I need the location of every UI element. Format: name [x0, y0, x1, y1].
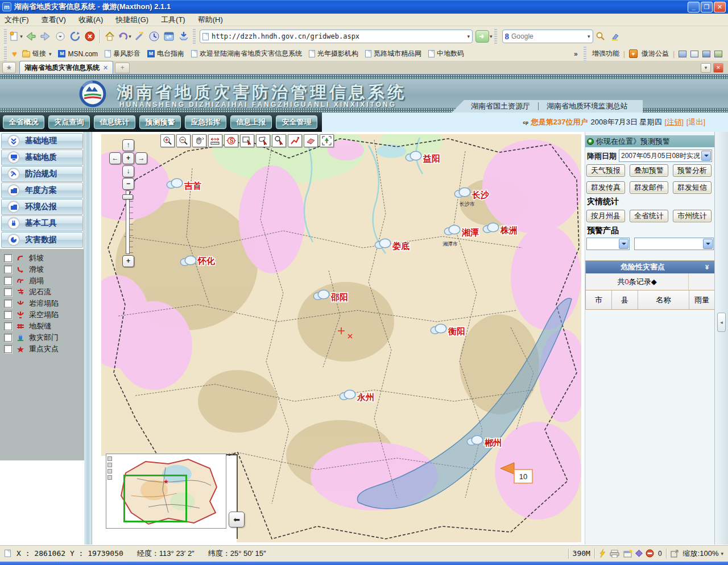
- link-baofeng[interactable]: 暴风影音: [103, 48, 142, 60]
- map-eraser-button[interactable]: [304, 134, 318, 147]
- plugin-icon-4[interactable]: [714, 51, 722, 57]
- chevron-down-icon[interactable]: [701, 151, 711, 161]
- weather-forecast-button[interactable]: 天气预报: [586, 164, 625, 177]
- new-page-button[interactable]: ▾: [9, 29, 23, 44]
- menu-view[interactable]: 查看(V): [42, 15, 66, 25]
- warning-analysis-button[interactable]: 预警分析: [673, 164, 712, 177]
- sidebar-collapse-button[interactable]: ◂: [717, 313, 726, 332]
- province-stats-button[interactable]: 全省统计: [630, 210, 668, 222]
- collapse-chevron-icon[interactable]: ¥: [700, 264, 714, 271]
- overlay-warning-button[interactable]: 叠加预警: [630, 164, 668, 177]
- overview-viewport-rect[interactable]: [123, 475, 187, 522]
- minimize-button[interactable]: _: [688, 2, 700, 13]
- map-zoom-out-button[interactable]: [176, 134, 191, 147]
- layer-rescue-dept-checkbox[interactable]: [4, 334, 12, 342]
- zoom-resize-icon[interactable]: [671, 550, 679, 558]
- favorites-heart-icon[interactable]: ♥: [12, 49, 17, 59]
- exit-link[interactable]: [退出]: [686, 117, 705, 127]
- favorites-star-button[interactable]: ★: [2, 62, 16, 73]
- address-bar[interactable]: ▾: [200, 30, 473, 43]
- search-input[interactable]: [511, 32, 587, 40]
- nav-security-mgmt[interactable]: 安全管理: [276, 115, 317, 129]
- undo-button[interactable]: ▾: [117, 29, 132, 44]
- link-hunan-geo[interactable]: 欢迎登陆湖南省地质灾害信息系统: [189, 48, 304, 60]
- url-input[interactable]: [212, 32, 466, 40]
- map-full-extent-button[interactable]: [320, 134, 334, 147]
- back-button[interactable]: [23, 29, 38, 44]
- overview-collapse-button[interactable]: ⬅: [229, 512, 245, 527]
- overview-mini-toolbar[interactable]: [107, 456, 112, 480]
- group-sms-button[interactable]: 群发短信: [673, 181, 712, 194]
- group-email-button[interactable]: 群发邮件: [630, 181, 668, 194]
- zoom-minus-button[interactable]: −: [122, 178, 134, 190]
- search-bar[interactable]: 8 ▾: [502, 30, 593, 43]
- link-zhongdi[interactable]: 中地数码: [427, 48, 466, 60]
- tab-manager-button[interactable]: [162, 29, 176, 44]
- restore-button[interactable]: ❐: [701, 2, 713, 13]
- search-button[interactable]: [593, 29, 608, 44]
- logout-link[interactable]: [注销]: [665, 117, 684, 127]
- tab-close-icon[interactable]: ✕: [103, 64, 108, 72]
- map-select-rect-button[interactable]: [240, 134, 254, 147]
- pan-right-button[interactable]: →: [135, 152, 147, 164]
- link-msn[interactable]: MMSN.com: [56, 49, 100, 59]
- sidebar-splitter[interactable]: [84, 132, 92, 545]
- plugins-label[interactable]: 增强功能: [592, 49, 619, 59]
- history-dropdown-button[interactable]: [53, 29, 68, 44]
- new-tab-button[interactable]: +: [115, 63, 130, 73]
- sidebar-item-base-geology[interactable]: 基础地质: [1, 149, 83, 165]
- close-button[interactable]: ✕: [714, 2, 726, 13]
- links-overflow-chevron[interactable]: »: [574, 50, 578, 58]
- url-dropdown-icon[interactable]: ▾: [467, 34, 470, 39]
- nav-disaster-query[interactable]: 灾点查询: [48, 115, 90, 129]
- forward-button[interactable]: [38, 29, 53, 44]
- map-measure-button[interactable]: ?: [208, 134, 222, 147]
- boost-lightning-icon[interactable]: [599, 549, 606, 558]
- link-radio[interactable]: M电台指南: [146, 48, 186, 60]
- go-button[interactable]: [475, 30, 489, 43]
- sidebar-item-base-geography[interactable]: 基础地理: [1, 133, 83, 149]
- nav-info-statistics[interactable]: 信息统计: [94, 115, 135, 129]
- refresh-button[interactable]: [68, 29, 82, 44]
- pan-left-button[interactable]: ←: [109, 152, 121, 164]
- menu-tools[interactable]: 工具(T): [161, 15, 185, 25]
- map-scale-button[interactable]: S: [224, 134, 238, 147]
- rain-date-select[interactable]: 2007年05月05日08时实况: [619, 149, 712, 162]
- chevron-down-icon[interactable]: [619, 239, 628, 249]
- map-select-polygon-button[interactable]: [256, 134, 270, 147]
- plugin-icon-3[interactable]: [702, 51, 710, 57]
- menu-groups[interactable]: 快捷组(G): [115, 15, 148, 25]
- sidebar-item-env-bulletin[interactable]: 环境公报: [1, 199, 83, 215]
- monthly-county-stats-button[interactable]: 按月州县: [586, 210, 625, 222]
- sidebar-item-prevention-plan[interactable]: 防治规划: [1, 166, 83, 182]
- zoom-plus-button[interactable]: +: [122, 255, 134, 267]
- map-redline-button[interactable]: [288, 134, 302, 147]
- layer-karst-subsidence-checkbox[interactable]: [4, 300, 12, 308]
- layer-landslide-checkbox[interactable]: [4, 265, 12, 273]
- zoom-slider-track[interactable]: [126, 190, 130, 254]
- map-pan-button[interactable]: [192, 134, 206, 147]
- search-engine-dropdown-icon[interactable]: ▾: [588, 34, 590, 39]
- menu-file[interactable]: 文件(F): [5, 15, 29, 25]
- product-item-select[interactable]: [634, 238, 714, 250]
- plugin-icon-1[interactable]: [679, 51, 686, 57]
- printer-icon[interactable]: [610, 550, 619, 558]
- nav-info-report[interactable]: 信息上报: [230, 115, 272, 129]
- layer-ground-fissure-checkbox[interactable]: [4, 322, 12, 330]
- charity-label[interactable]: 傲游公益: [642, 49, 669, 59]
- links-folder[interactable]: 链接 ▾: [20, 48, 53, 60]
- pan-down-button[interactable]: ↓: [122, 165, 134, 177]
- link-milu[interactable]: 觅路城市精品网: [363, 48, 423, 60]
- menu-help[interactable]: 帮助(H): [198, 15, 223, 25]
- plugin-icon-2[interactable]: [690, 51, 698, 57]
- download-button[interactable]: [176, 29, 191, 44]
- zoom-slider-handle[interactable]: [122, 194, 133, 200]
- menu-favorites[interactable]: 收藏(A): [78, 15, 103, 25]
- group-fax-button[interactable]: 群发传真: [586, 181, 625, 194]
- tab-active[interactable]: 湖南省地质灾害信息系统 ✕: [19, 61, 113, 74]
- page-zoom-control[interactable]: 缩放:100% ▾: [683, 549, 723, 559]
- history-button[interactable]: [147, 29, 162, 44]
- chevron-down-icon[interactable]: [703, 239, 713, 249]
- home-button[interactable]: [102, 29, 117, 44]
- map-select-circle-button[interactable]: [272, 134, 286, 147]
